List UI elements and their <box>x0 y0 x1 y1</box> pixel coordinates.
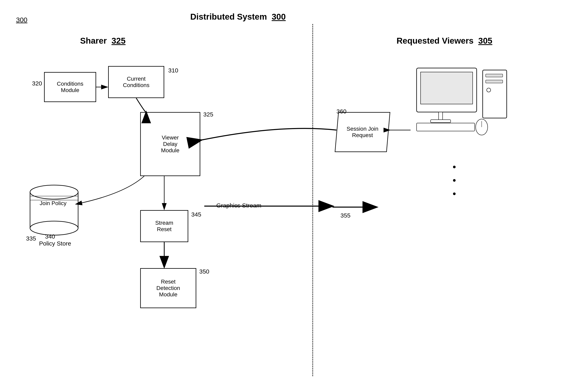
dots-more-viewers: ••• <box>453 160 456 201</box>
dashed-separator <box>312 24 313 376</box>
requested-viewers-text: Requested Viewers <box>397 36 473 46</box>
computer-illustration <box>411 64 511 144</box>
viewer-delay-module-box: Viewer Delay Module <box>140 112 200 176</box>
ref-350: 350 <box>199 268 209 275</box>
requested-viewers-label: Requested Viewers 305 <box>397 36 492 46</box>
ref-325-vd: 325 <box>203 111 213 118</box>
svg-point-1 <box>30 185 78 199</box>
viewer-delay-label: Viewer Delay Module <box>161 134 179 154</box>
policy-store-cylinder <box>26 180 86 236</box>
ref-345: 345 <box>191 211 201 218</box>
svg-rect-10 <box>486 74 503 77</box>
svg-rect-9 <box>483 70 507 118</box>
stream-reset-label: Stream Reset <box>155 220 173 232</box>
graphics-stream-label: Graphics Stream <box>216 202 261 209</box>
conditions-module-label: Conditions Module <box>57 81 83 93</box>
join-policy-label: Join Policy <box>33 200 73 207</box>
requested-viewers-ref: 305 <box>478 36 492 46</box>
stream-reset-box: Stream Reset <box>140 210 188 242</box>
session-join-label: Session Join Request <box>337 126 388 138</box>
ref-320: 320 <box>32 80 42 87</box>
sharer-label: Sharer 325 <box>80 36 126 46</box>
arrows-overlay <box>0 0 579 392</box>
sharer-text: Sharer <box>80 36 107 46</box>
reset-detection-label: Reset Detection Module <box>156 279 180 298</box>
top-left-ref: 300 <box>16 16 27 24</box>
svg-rect-6 <box>421 72 473 104</box>
conditions-module-box: Conditions Module <box>44 72 96 102</box>
ref-335: 335 <box>26 235 36 242</box>
policy-store-label: Policy Store <box>39 240 71 247</box>
reset-detection-module-box: Reset Detection Module <box>140 268 196 308</box>
diagram: 300 Distributed System 300 Sharer 325 Re… <box>0 0 579 392</box>
ref-340: 340 <box>45 233 55 240</box>
current-conditions-label: Current Conditions <box>123 76 149 88</box>
distributed-system-ref: 300 <box>272 12 286 21</box>
distributed-system-text: Distributed System <box>190 12 267 21</box>
svg-rect-11 <box>486 80 503 83</box>
svg-rect-8 <box>431 120 451 123</box>
svg-rect-7 <box>438 112 443 120</box>
ref-360: 360 <box>337 108 347 115</box>
title-label: Distributed System 300 <box>190 12 286 22</box>
current-conditions-box: Current Conditions <box>108 66 164 98</box>
session-join-box: Session Join Request <box>335 112 390 152</box>
ref-310: 310 <box>168 67 178 74</box>
ref-355: 355 <box>341 212 351 219</box>
sharer-ref: 325 <box>112 36 126 46</box>
svg-rect-13 <box>417 123 475 131</box>
